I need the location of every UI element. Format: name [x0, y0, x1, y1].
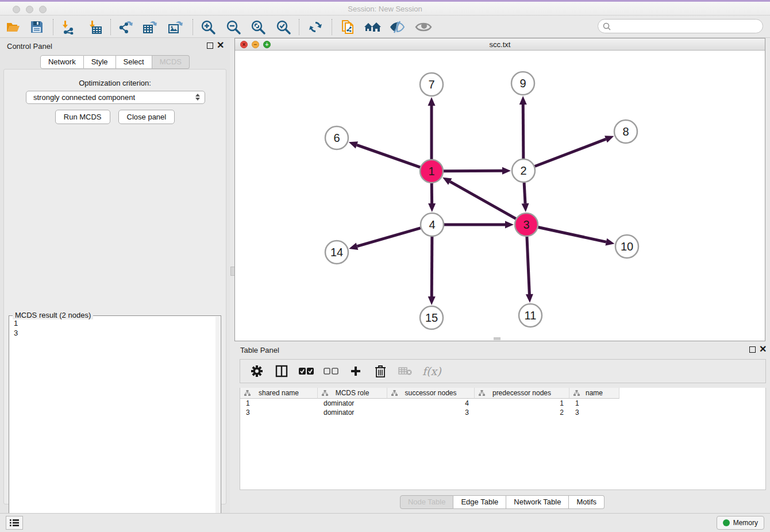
- hide-eye-icon[interactable]: [388, 18, 406, 36]
- table-cell: 3: [575, 408, 614, 417]
- search-icon: [603, 22, 611, 30]
- graph-node-8[interactable]: 8: [614, 120, 637, 143]
- result-scrollbar[interactable]: [215, 317, 220, 531]
- graph-node-1[interactable]: 1: [420, 160, 443, 183]
- float-panel-icon[interactable]: [207, 43, 213, 49]
- graph-node-4[interactable]: 4: [421, 213, 444, 236]
- close-panel-button[interactable]: Close panel: [118, 110, 175, 124]
- add-column-icon[interactable]: [348, 364, 363, 379]
- graph-edge-2-9[interactable]: [523, 105, 523, 159]
- save-session-icon[interactable]: [28, 18, 45, 36]
- graph-edge-2-3[interactable]: [524, 183, 525, 203]
- table-row[interactable]: 1dominator411: [240, 399, 765, 408]
- export-table-icon[interactable]: [141, 18, 159, 36]
- deselect-all-icon[interactable]: [324, 364, 338, 379]
- zoom-selected-icon[interactable]: [275, 18, 292, 36]
- svg-text:4: 4: [429, 218, 435, 231]
- table-row[interactable]: 3dominator323: [240, 408, 765, 417]
- export-network-icon[interactable]: [117, 18, 134, 36]
- criterion-select[interactable]: strongly connected component: [26, 91, 205, 104]
- toolbar-separator: [53, 19, 53, 35]
- select-all-icon[interactable]: [299, 364, 314, 379]
- main-toolbar: [0, 16, 770, 38]
- optimization-criterion-label: Optimization criterion:: [4, 79, 226, 87]
- function-builder-icon: f(x): [422, 365, 441, 377]
- search-input[interactable]: [614, 22, 763, 30]
- graph-node-9[interactable]: 9: [511, 72, 534, 95]
- graph-node-6[interactable]: 6: [325, 126, 348, 149]
- column-header-predecessor-nodes[interactable]: predecessor nodes: [475, 388, 569, 399]
- tab-network[interactable]: Network: [40, 55, 84, 69]
- window-title: Session: New Session: [0, 5, 770, 13]
- window-titlebar: Session: New Session: [0, 2, 770, 16]
- graph-node-15[interactable]: 15: [420, 306, 443, 329]
- table-tab-network-table[interactable]: Network Table: [506, 495, 569, 509]
- duplicate-network-icon[interactable]: [339, 18, 356, 36]
- graph-node-11[interactable]: 11: [519, 304, 542, 327]
- table-cell: dominator: [324, 408, 382, 417]
- table-tab-motifs[interactable]: Motifs: [569, 495, 605, 509]
- export-image-icon[interactable]: [167, 18, 184, 36]
- graph-node-2[interactable]: 2: [512, 159, 535, 182]
- zoom-out-icon[interactable]: [225, 18, 242, 36]
- graph-edge-4-14[interactable]: [357, 228, 421, 246]
- svg-text:15: 15: [425, 311, 438, 324]
- memory-button[interactable]: Memory: [717, 516, 764, 530]
- network-canvas[interactable]: 7968124314101511: [235, 51, 765, 341]
- gear-icon[interactable]: [249, 364, 264, 379]
- graph-edge-1-6[interactable]: [357, 145, 420, 167]
- eye-icon[interactable]: [415, 18, 432, 36]
- svg-text:3: 3: [523, 218, 529, 231]
- table-tab-edge-table[interactable]: Edge Table: [453, 495, 506, 509]
- mcds-result-box: MCDS result (2 nodes) 1 3: [9, 315, 221, 532]
- graph-edge-arrow: [522, 203, 529, 212]
- refresh-icon[interactable]: [307, 18, 324, 36]
- column-view-icon[interactable]: [274, 364, 289, 379]
- memory-label: Memory: [733, 519, 758, 527]
- delete-column-icon[interactable]: [373, 364, 388, 379]
- table-cell: 1: [480, 399, 564, 407]
- control-panel-title: Control Panel: [7, 42, 52, 51]
- graph-edge-1-2[interactable]: [444, 171, 502, 171]
- close-panel-icon[interactable]: ✕: [217, 40, 224, 51]
- graph-edge-3-10[interactable]: [538, 227, 606, 242]
- task-history-button[interactable]: [6, 516, 23, 530]
- network-window-titlebar[interactable]: × − + scc.txt: [235, 38, 765, 51]
- tab-select[interactable]: Select: [116, 55, 152, 69]
- table-tabs: Node TableEdge TableNetwork TableMotifs: [234, 495, 770, 509]
- svg-text:14: 14: [330, 246, 343, 259]
- graph-edge-3-1[interactable]: [450, 182, 515, 219]
- network-hscrollbar[interactable]: [494, 337, 500, 340]
- graph-edge-4-15[interactable]: [432, 237, 432, 296]
- import-network-icon[interactable]: [59, 18, 76, 36]
- graph-node-14[interactable]: 14: [325, 241, 348, 264]
- open-file-icon[interactable]: [5, 18, 22, 36]
- column-header-name[interactable]: name: [569, 388, 619, 399]
- graph-node-7[interactable]: 7: [420, 73, 443, 96]
- zoom-in-icon[interactable]: [199, 18, 217, 36]
- graph-edge-arrow: [428, 97, 436, 106]
- import-table-icon[interactable]: [86, 18, 103, 36]
- table-tab-node-table[interactable]: Node Table: [400, 495, 454, 509]
- column-header-MCDS-role[interactable]: MCDS role: [318, 388, 387, 399]
- svg-text:7: 7: [428, 78, 434, 91]
- houses-icon[interactable]: [364, 18, 381, 36]
- zoom-fit-icon[interactable]: [249, 18, 267, 36]
- select-stepper-icon: [195, 94, 200, 101]
- tab-mcds[interactable]: MCDS: [152, 55, 190, 69]
- mcds-result-text[interactable]: 1 3: [9, 316, 215, 532]
- graph-edge-arrow: [519, 96, 527, 105]
- graph-edge-2-8[interactable]: [535, 139, 606, 166]
- column-header-successor-nodes[interactable]: successor nodes: [387, 388, 475, 399]
- graph-edge-arrow: [349, 242, 358, 249]
- graph-node-10[interactable]: 10: [615, 235, 638, 258]
- graph-node-3[interactable]: 3: [515, 213, 538, 236]
- float-table-panel-icon[interactable]: [749, 346, 756, 353]
- column-header-shared-name[interactable]: shared name: [240, 388, 318, 399]
- graph-edge-3-11[interactable]: [527, 237, 529, 294]
- close-table-panel-icon[interactable]: ✕: [759, 344, 767, 354]
- status-bar: Memory: [0, 513, 770, 532]
- run-mcds-button[interactable]: Run MCDS: [55, 110, 110, 124]
- tab-style[interactable]: Style: [84, 55, 116, 69]
- graph-edge-arrow: [428, 203, 436, 212]
